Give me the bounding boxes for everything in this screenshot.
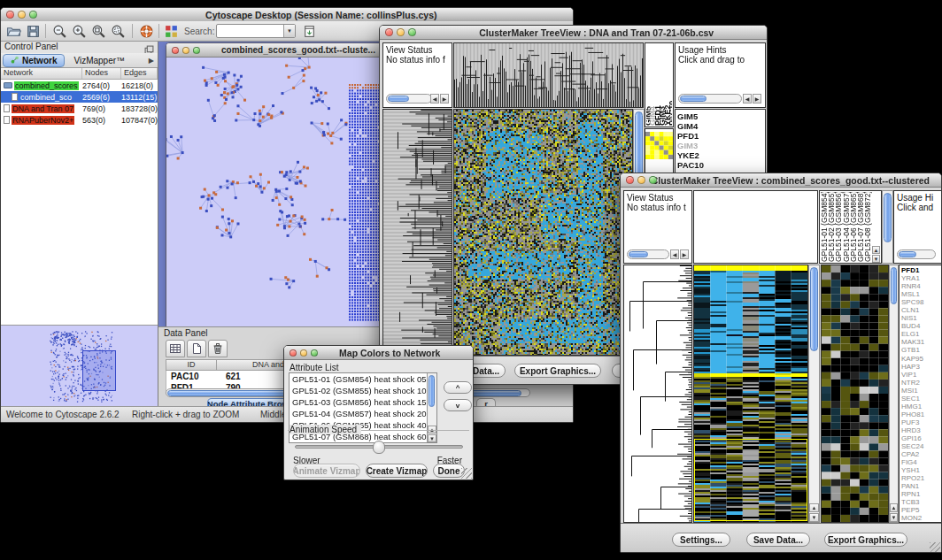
close-button[interactable] — [626, 176, 634, 184]
save-session-icon[interactable] — [26, 24, 41, 39]
network-list-row[interactable]: combined_scores2764(0)16218(0) — [1, 80, 158, 91]
done-button[interactable]: Done — [433, 464, 465, 478]
gene-label[interactable]: YSH1 — [900, 466, 942, 474]
scroll-down-arrow[interactable]: ▼ — [890, 513, 898, 522]
gene-label[interactable]: RNR4 — [900, 282, 942, 290]
gene-label[interactable]: PFD1 — [676, 131, 765, 141]
heatmap-panel[interactable] — [693, 265, 808, 523]
network-list-row[interactable]: DNA and Tran 07769(0)183728(0) — [1, 103, 158, 114]
gene-label[interactable]: MSL1 — [900, 290, 942, 298]
view-status-hscrollbar[interactable] — [627, 249, 669, 259]
gene-label[interactable]: PHO81 — [900, 410, 942, 418]
gene-label[interactable]: YKE2 — [676, 150, 765, 160]
row-dendrogram-panel[interactable] — [623, 265, 692, 523]
network-list-row[interactable]: RNAPuberNov2+563(0)107847(0) — [1, 114, 158, 126]
attribute-item[interactable]: GPL51-01 (GSM854) heat shock 05 min — [290, 373, 427, 385]
gene-label[interactable]: PUF3 — [900, 418, 942, 426]
row-dendrogram-panel[interactable] — [382, 109, 452, 356]
tab-vizmapper[interactable]: VizMapper™ — [66, 54, 132, 67]
gene-label[interactable]: SPC98 — [900, 298, 942, 306]
gene-list-vscrollbar[interactable]: ▲ ▼ — [889, 265, 899, 523]
scrollbar-thumb[interactable] — [388, 96, 409, 102]
tab-network[interactable]: Network — [3, 54, 65, 67]
gene-label[interactable]: GIM3 — [676, 141, 765, 150]
gene-label[interactable]: FIG4 — [900, 458, 942, 466]
gene-label[interactable]: MSI1 — [900, 387, 942, 395]
scrollbar-thumb[interactable] — [884, 193, 892, 242]
usage-hints-hscrollbar[interactable] — [678, 94, 742, 104]
zoom-heatmap-canvas[interactable] — [822, 265, 888, 522]
gene-label[interactable]: GPI16 — [900, 434, 942, 442]
scroll-left-arrow[interactable]: ◀ — [670, 249, 679, 259]
gene-label[interactable]: GIM5 — [676, 111, 765, 121]
search-input[interactable]: ▼ — [216, 24, 296, 38]
slider-thumb[interactable] — [373, 441, 385, 454]
scroll-left-arrow[interactable]: ◀ — [430, 94, 439, 104]
resize-grip[interactable] — [461, 468, 472, 479]
zoom-heatmap-panel[interactable] — [821, 265, 889, 523]
network-overview-canvas[interactable] — [1, 326, 157, 405]
treeview2-titlebar[interactable]: ClusterMaker TreeView : combined_scores_… — [621, 173, 941, 188]
gene-label[interactable]: MAK31 — [900, 338, 942, 346]
gene-label[interactable]: GIM4 — [676, 121, 765, 131]
treeview1-titlebar[interactable]: ClusterMaker TreeView : DNA and Tran 07-… — [380, 26, 767, 40]
attribute-item[interactable]: GPL51-02 (GSM855) heat shock 10 min — [290, 385, 427, 396]
gene-list-panel[interactable]: PFD1YRA1RNR4MSL1SPC98CLN1NIS1BUD4ELG1MAK… — [899, 265, 942, 523]
gene-label[interactable]: BUD4 — [900, 322, 942, 330]
gene-label[interactable]: HMG1 — [900, 403, 942, 410]
gene-label[interactable]: PAC10 — [676, 160, 765, 170]
attribute-item[interactable]: GPL51-04 (GSM857) heat shock 20 min — [290, 408, 427, 419]
main-titlebar[interactable]: Cytoscape Desktop (Session Name: collins… — [1, 8, 573, 22]
column-dendrogram-canvas[interactable] — [454, 43, 643, 107]
scroll-down-arrow[interactable]: ▼ — [809, 513, 819, 522]
attribute-item[interactable]: GPL51-03 (GSM856) heat shock 15 min — [290, 396, 427, 408]
scrollbar-thumb[interactable] — [629, 251, 648, 257]
gene-label[interactable]: HAP3 — [900, 363, 942, 371]
tv2-button-2[interactable]: Save Data... — [746, 533, 810, 547]
header-id[interactable]: ID — [166, 359, 217, 371]
close-button[interactable] — [385, 28, 393, 36]
heatmap-vscrollbar[interactable]: ▲ ▼ — [808, 265, 820, 523]
heatmap-canvas[interactable] — [454, 110, 632, 355]
gene-label[interactable]: MON2 — [900, 514, 942, 522]
gene-label[interactable]: TCB3 — [900, 498, 942, 506]
scrollbar-thumb[interactable] — [680, 96, 706, 102]
column-dendrogram-panel[interactable] — [453, 42, 644, 108]
column-dendrogram-panel[interactable] — [693, 190, 818, 264]
search-dropdown-button[interactable]: ▼ — [283, 25, 295, 37]
dialog-titlebar[interactable]: Map Colors to Network — [284, 346, 473, 360]
zoom-button[interactable] — [408, 28, 416, 36]
tv2-button-3[interactable]: Export Graphics... — [824, 533, 907, 547]
view-status-hscrollbar[interactable] — [386, 94, 432, 104]
delete-attribute-icon[interactable] — [208, 340, 228, 357]
header-nodes[interactable]: Nodes — [82, 68, 121, 79]
gene-label[interactable]: SEC24 — [900, 442, 942, 450]
scrollbar-thumb[interactable] — [810, 267, 818, 351]
tv2-button-1[interactable]: Settings... — [672, 533, 730, 547]
zoom-button[interactable] — [193, 47, 200, 54]
minimize-button[interactable] — [637, 176, 645, 184]
scrollbar-thumb[interactable] — [891, 267, 897, 304]
header-network[interactable]: Network — [1, 68, 82, 79]
help-ring-icon[interactable] — [139, 24, 154, 39]
header-edges[interactable]: Edges — [121, 68, 158, 79]
gene-label[interactable]: SEC1 — [900, 395, 942, 403]
zoom-button[interactable] — [29, 11, 37, 19]
gene-label[interactable]: CLN1 — [900, 306, 942, 314]
animate-vizmap-button[interactable]: Animate Vizmap — [293, 464, 360, 478]
scroll-down-arrow[interactable]: ▼ — [872, 255, 880, 263]
gene-label[interactable]: PEP5 — [900, 506, 942, 514]
import-table-icon[interactable] — [302, 24, 317, 39]
zoom-button[interactable] — [649, 176, 657, 184]
close-button[interactable] — [6, 11, 14, 19]
attribute-list-vscrollbar[interactable]: ▲ ▼ — [427, 373, 436, 442]
similarity-matrix-canvas[interactable] — [645, 132, 673, 159]
minimize-button[interactable] — [18, 11, 26, 19]
gene-label[interactable]: ELG1 — [900, 330, 942, 338]
gene-label[interactable]: RPO21 — [900, 474, 942, 482]
zoom-selected-icon[interactable] — [111, 24, 126, 39]
heatmap-panel[interactable] — [453, 109, 633, 356]
move-up-button[interactable]: ^ — [444, 381, 472, 394]
open-session-icon[interactable] — [6, 24, 21, 39]
close-button[interactable] — [290, 349, 297, 357]
